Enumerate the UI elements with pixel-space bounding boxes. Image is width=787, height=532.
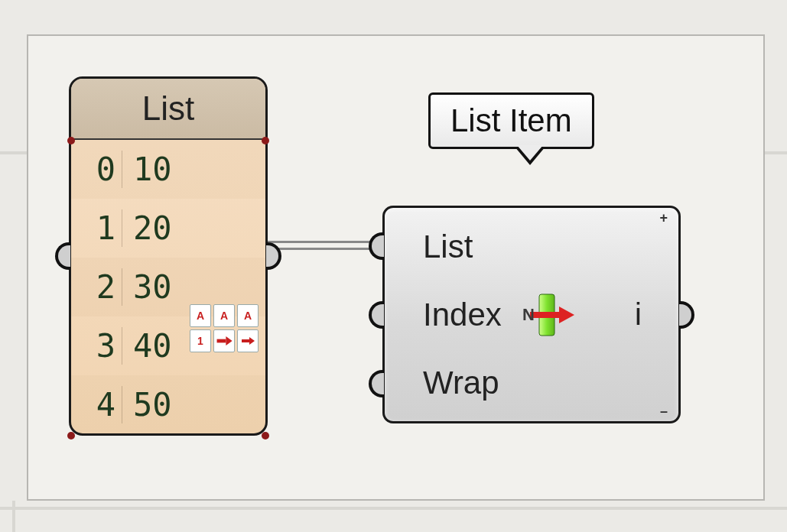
panel-row-value: 10 [122,151,172,188]
output-label: i [635,297,642,332]
canvas[interactable]: List 0 10 1 20 2 30 3 40 [0,0,787,532]
panel-row: 3 40 [71,316,265,375]
panel-row-value: 40 [122,327,172,365]
input-label: List [385,229,473,265]
list-item-component[interactable]: + – List Index [382,206,681,423]
panel-row-value: 50 [122,386,172,423]
panel-row-index: 2 [71,268,122,306]
panel-row: 1 20 [71,199,265,258]
list-item-arrow-icon: N [516,291,576,339]
panel-row: 2 30 [71,258,265,316]
input-label: Index [385,297,502,333]
selection-handle[interactable] [262,432,269,440]
grid-line [12,501,15,532]
panel-node[interactable]: List 0 10 1 20 2 30 3 40 [69,76,268,436]
icon-badge-n: N [522,305,535,324]
input-row-wrap: Wrap [385,351,678,415]
component-body: + – List Index [382,206,681,423]
panel-title: List [71,79,265,140]
panel-row-index: 4 [71,386,122,423]
grid-line [0,507,787,510]
panel-row: 0 10 [71,140,265,199]
component-tooltip: List Item [428,92,594,149]
selection-handle[interactable] [262,137,269,144]
input-row-list: List [385,215,678,279]
panel-body: List 0 10 1 20 2 30 3 40 [69,76,268,436]
svg-marker-2 [559,307,574,323]
panel-row-index: 3 [71,327,122,365]
input-row-index: Index [385,283,678,347]
selection-handle[interactable] [67,432,75,440]
tooltip-text: List Item [450,102,572,138]
input-label: Wrap [385,365,499,401]
panel-row-value: 30 [122,268,172,306]
grid-line [765,151,787,154]
panel-row-value: 20 [122,209,172,247]
selection-handle[interactable] [67,137,75,144]
panel-rows: 0 10 1 20 2 30 3 40 4 50 [71,140,265,434]
panel-row: 4 50 [71,375,265,434]
panel-row-index: 1 [71,209,122,247]
grid-line [0,151,27,154]
panel-row-index: 0 [71,151,122,188]
